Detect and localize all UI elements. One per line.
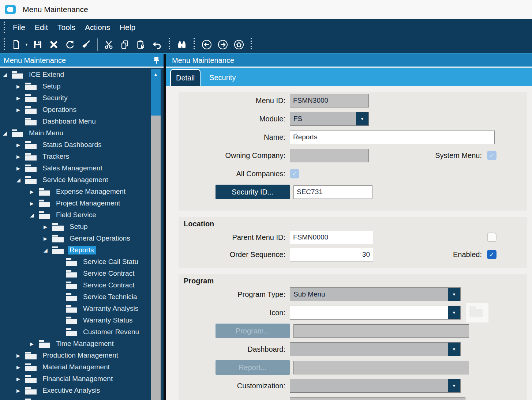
expander-collapsed-icon[interactable]: ▶ — [16, 376, 25, 382]
tree-panel-header: Menu Maintenance — [0, 54, 164, 68]
copy-button[interactable] — [117, 37, 133, 52]
tree-item-operations[interactable]: ▶Operations — [0, 104, 164, 116]
module-dropdown[interactable]: FS ▼ — [290, 112, 369, 126]
tree-item-customer-revenue[interactable]: Customer Revenu — [0, 326, 164, 338]
program-button[interactable]: Program... — [216, 324, 290, 338]
module-dropdown-button[interactable]: ▼ — [356, 112, 368, 125]
tree-item-expense-management[interactable]: ▶Expense Management — [0, 186, 164, 197]
tree-item-general-operations[interactable]: ▶General Operations — [0, 233, 164, 244]
menu-file[interactable]: File — [8, 23, 30, 32]
tree-item-time-management[interactable]: ▶Time Management — [0, 338, 164, 350]
menu-actions[interactable]: Actions — [80, 23, 115, 32]
scrollbar-thumb[interactable]: ▲ — [151, 69, 161, 116]
tree-item-partial[interactable]: ▶ — [0, 396, 164, 400]
home-button[interactable] — [231, 37, 247, 52]
refresh-button[interactable] — [62, 37, 78, 52]
tree-item-main-menu[interactable]: ◢Main Menu — [0, 127, 164, 139]
expander-collapsed-icon[interactable]: ▶ — [30, 189, 39, 195]
tree-item-service-contract-2[interactable]: Service Contract — [0, 279, 164, 291]
expander-collapsed-icon[interactable]: ▶ — [16, 388, 25, 393]
expander-collapsed-icon[interactable]: ▶ — [16, 154, 25, 159]
parent-menu-id-input[interactable] — [290, 231, 373, 244]
tree-item-service-management[interactable]: ◢Service Management — [0, 174, 164, 186]
unlabeled-checkbox[interactable] — [487, 233, 497, 242]
dashboard-dropdown-button[interactable]: ▼ — [448, 343, 460, 356]
tree-item-status-dashboards[interactable]: ▶Status Dashboards — [0, 139, 164, 151]
program-type-dropdown-button[interactable]: ▼ — [448, 288, 460, 301]
pin-icon[interactable] — [153, 57, 160, 64]
scroll-up-icon[interactable]: ▲ — [153, 72, 158, 77]
tree-item-executive-analysis[interactable]: ▶Executive Analysis — [0, 385, 164, 396]
tree-item-project-management[interactable]: ▶Project Management — [0, 197, 164, 209]
expander-collapsed-icon[interactable]: ▶ — [44, 236, 52, 241]
tree-item-sales-management[interactable]: ▶Sales Management — [0, 162, 164, 174]
tree-item-field-service[interactable]: ◢Field Service — [0, 209, 164, 221]
tree-item-ice-extend[interactable]: ◢ICE Extend — [0, 69, 164, 80]
name-input[interactable] — [290, 131, 495, 144]
clear-button[interactable] — [78, 37, 94, 52]
tree-item-reports-selected[interactable]: ◢Reports — [0, 244, 164, 256]
expander-expanded-icon[interactable]: ◢ — [3, 72, 12, 78]
tree-item-setup[interactable]: ▶Setup — [0, 80, 164, 92]
undo-button[interactable] — [149, 37, 165, 52]
detail-panel-header: Menu Maintenance — [166, 54, 532, 68]
menu-edit[interactable]: Edit — [30, 23, 53, 32]
delete-button[interactable] — [46, 37, 62, 52]
tree-item-warranty-analysis[interactable]: Warranty Analysis — [0, 303, 164, 314]
tree-item-service-technician[interactable]: Service Technicia — [0, 291, 164, 303]
customization-dropdown-button[interactable]: ▼ — [448, 379, 460, 392]
expander-expanded-icon[interactable]: ◢ — [3, 130, 12, 136]
tree-item-security[interactable]: ▶Security — [0, 92, 164, 104]
expander-collapsed-icon[interactable]: ▶ — [30, 201, 39, 206]
expander-expanded-icon[interactable]: ◢ — [30, 212, 39, 218]
expander-expanded-icon[interactable]: ◢ — [16, 177, 25, 183]
tree-item-financial-management[interactable]: ▶Financial Management — [0, 373, 164, 385]
tree-scrollbar[interactable]: ▲ — [151, 69, 161, 400]
tree-item-fs-setup[interactable]: ▶Setup — [0, 221, 164, 233]
order-sequence-input[interactable] — [290, 248, 373, 261]
folder-icon — [25, 387, 37, 395]
panel-splitter[interactable] — [164, 54, 166, 400]
tree-item-material-management[interactable]: ▶Material Management — [0, 361, 164, 373]
new-button[interactable] — [8, 37, 24, 52]
security-id-button[interactable]: Security ID... — [216, 185, 290, 199]
menu-help[interactable]: Help — [115, 23, 140, 32]
expander-expanded-icon[interactable]: ◢ — [44, 247, 52, 253]
tree-item-warranty-status[interactable]: Warranty Status — [0, 314, 164, 326]
security-id-input[interactable] — [293, 185, 372, 199]
navigate-forward-button[interactable] — [215, 37, 231, 52]
expander-collapsed-icon[interactable]: ▶ — [44, 224, 52, 230]
tab-security[interactable]: Security — [201, 73, 244, 86]
tab-detail[interactable]: Detail — [170, 69, 201, 86]
icon-dropdown[interactable]: ▼ — [290, 306, 461, 320]
enabled-checkbox[interactable]: ✓ — [487, 250, 497, 259]
expander-collapsed-icon[interactable]: ▶ — [16, 107, 25, 113]
toolbar-grip-handle[interactable] — [4, 22, 5, 33]
find-button[interactable] — [174, 37, 190, 52]
expander-collapsed-icon[interactable]: ▶ — [16, 84, 25, 89]
toolbar-grip-handle[interactable] — [4, 38, 5, 51]
tree-item-service-call-status[interactable]: Service Call Statu — [0, 256, 164, 268]
customization-dropdown[interactable]: ▼ — [290, 379, 461, 393]
expander-collapsed-icon[interactable]: ▶ — [16, 166, 25, 171]
new-dropdown-icon[interactable]: ▼ — [25, 43, 28, 46]
tree-item-service-contract[interactable]: Service Contract — [0, 268, 164, 279]
tree-item-production-management[interactable]: ▶Production Management — [0, 350, 164, 361]
expander-collapsed-icon[interactable]: ▶ — [16, 95, 25, 101]
icon-dropdown-button[interactable]: ▼ — [448, 306, 460, 319]
cut-button[interactable] — [101, 37, 117, 52]
report-button[interactable]: Report... — [216, 360, 290, 375]
save-button[interactable] — [30, 37, 46, 52]
dashboard-dropdown[interactable]: ▼ — [290, 342, 461, 356]
expander-collapsed-icon[interactable]: ▶ — [30, 341, 39, 347]
scissors-icon — [104, 39, 114, 50]
navigate-back-button[interactable] — [199, 37, 215, 52]
tree-item-trackers[interactable]: ▶Trackers — [0, 151, 164, 162]
menu-tools[interactable]: Tools — [53, 23, 80, 32]
expander-collapsed-icon[interactable]: ▶ — [16, 353, 25, 358]
tree-item-dashboard-menu[interactable]: Dashboard Menu — [0, 116, 164, 127]
expander-collapsed-icon[interactable]: ▶ — [16, 142, 25, 148]
paste-button[interactable] — [133, 37, 149, 52]
expander-collapsed-icon[interactable]: ▶ — [16, 365, 25, 370]
program-type-dropdown[interactable]: Sub Menu ▼ — [290, 287, 461, 301]
